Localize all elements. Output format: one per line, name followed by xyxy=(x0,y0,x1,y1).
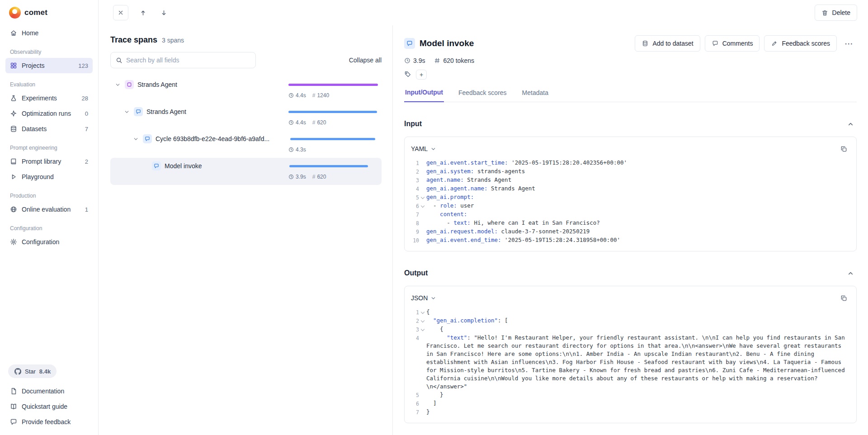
ellipsis-icon: ⋯ xyxy=(844,39,854,48)
code-line: 4gen_ai.agent.name: Strands Agent xyxy=(407,184,849,193)
line-number: 10 xyxy=(407,236,419,245)
copy-output-button[interactable] xyxy=(837,292,850,304)
output-code-card: JSON 1{2 "gen_ai.completion": [3 {4 "tex… xyxy=(404,286,857,423)
span-expand-chevron-icon[interactable] xyxy=(114,81,121,88)
sidebar-item-label: Quickstart guide xyxy=(22,403,67,410)
section-label-prompt-engineering: Prompt engineering xyxy=(10,145,88,151)
logo[interactable]: comet xyxy=(5,0,93,25)
line-number: 8 xyxy=(407,219,419,227)
sidebar-item-quickstart-guide[interactable]: Quickstart guide xyxy=(5,399,93,414)
hash-icon xyxy=(434,57,440,64)
fold-chevron-icon[interactable] xyxy=(419,308,426,317)
span-expand-chevron-icon[interactable] xyxy=(132,135,139,142)
comments-button[interactable]: Comments xyxy=(705,35,760,52)
span-tokens: 620 tokens xyxy=(443,57,474,64)
code-line: 4 "text": "Hello! I'm Restaurant Helper,… xyxy=(407,334,849,391)
code-line: 5gen_ai.prompt: xyxy=(407,193,849,202)
sidebar-item-label: Datasets xyxy=(22,125,47,132)
span-duration-bar xyxy=(288,84,378,86)
fold-chevron-icon[interactable] xyxy=(419,325,426,334)
section-label-configuration: Configuration xyxy=(10,225,88,232)
code-line: 1{ xyxy=(407,308,849,317)
previous-trace-button[interactable] xyxy=(137,6,149,19)
search-icon xyxy=(115,57,123,64)
line-number: 3 xyxy=(407,176,419,184)
sidebar-item-home[interactable]: Home xyxy=(5,25,93,41)
database-icon xyxy=(10,125,17,132)
sidebar-item-playground[interactable]: Playground xyxy=(5,169,93,184)
llm-span-icon xyxy=(143,134,152,143)
sidebar-item-prompt-library[interactable]: Prompt library 2 xyxy=(5,154,93,169)
code-text: "gen_ai.completion": [ xyxy=(426,317,849,325)
code-text: "text": "Hello! I'm Restaurant Helper, y… xyxy=(426,334,849,391)
fold-chevron-icon[interactable] xyxy=(419,202,426,210)
collapse-input-button[interactable] xyxy=(844,118,857,130)
code-text: ] xyxy=(426,399,849,408)
delete-button[interactable]: Delete xyxy=(815,5,857,21)
span-meta-row: 3.9s 620 tokens xyxy=(404,57,857,64)
app-root: comet Home Observability Projects 123 Ev… xyxy=(0,0,868,435)
tab-metadata[interactable]: Metadata xyxy=(521,89,549,102)
span-row[interactable]: Model invoke3.9s#620 xyxy=(110,158,382,185)
sidebar-item-projects[interactable]: Projects 123 xyxy=(5,58,93,73)
sidebar-item-online-evaluation[interactable]: Online evaluation 1 xyxy=(5,202,93,217)
fold-chevron-icon[interactable] xyxy=(419,317,426,325)
sidebar-item-optimization-runs[interactable]: Optimization runs 0 xyxy=(5,106,93,121)
trace-spans-count: 3 spans xyxy=(162,37,184,44)
copy-icon xyxy=(840,294,847,302)
sidebar-item-documentation[interactable]: Documentation xyxy=(5,383,93,399)
feedback-chat-icon xyxy=(10,418,17,426)
input-code-card: YAML 1gen_ai.event.start_time: '2025-05-… xyxy=(404,137,857,251)
input-code-body: 1gen_ai.event.start_time: '2025-05-19T15… xyxy=(405,158,856,251)
copy-input-button[interactable] xyxy=(837,142,850,155)
output-format-select[interactable]: JSON xyxy=(411,294,436,302)
fold-spacer xyxy=(419,408,426,416)
span-row[interactable]: Strands Agent4.4s#620 xyxy=(110,104,382,131)
open-book-icon xyxy=(10,403,17,410)
code-text: content: xyxy=(426,210,849,219)
input-format-select[interactable]: YAML xyxy=(411,145,436,152)
sidebar-item-badge: 0 xyxy=(85,110,88,117)
fold-chevron-icon[interactable] xyxy=(419,193,426,202)
span-duration: 3.9s xyxy=(296,174,306,180)
collapse-all-button[interactable]: Collapse all xyxy=(349,57,382,64)
github-star-button[interactable]: Star 8.4k xyxy=(8,364,57,378)
span-row[interactable]: Cycle 693b8dfb-e22e-4ead-9bf6-a9afd...4.… xyxy=(110,131,382,158)
span-tokens: 1240 xyxy=(317,92,329,99)
arrow-up-icon xyxy=(139,9,146,16)
more-options-button[interactable]: ⋯ xyxy=(841,36,857,51)
tab-input-output[interactable]: Input/Output xyxy=(404,89,444,102)
sidebar-item-configuration[interactable]: Configuration xyxy=(5,234,93,250)
add-tag-button[interactable]: + xyxy=(416,70,427,80)
code-text: gen_ai.prompt: xyxy=(426,193,849,202)
tab-feedback-scores[interactable]: Feedback scores xyxy=(458,89,508,102)
fold-spacer xyxy=(419,334,426,391)
span-duration: 4.4s xyxy=(296,119,306,126)
line-number: 6 xyxy=(407,202,419,210)
search-input[interactable] xyxy=(126,57,251,64)
sidebar: comet Home Observability Projects 123 Ev… xyxy=(0,0,99,435)
collapse-output-button[interactable] xyxy=(844,267,857,279)
section-label-evaluation: Evaluation xyxy=(10,81,88,88)
fold-spacer xyxy=(419,184,426,193)
feedback-scores-button[interactable]: Feedback scores xyxy=(764,35,837,52)
sidebar-item-label: Provide feedback xyxy=(22,418,71,426)
sidebar-item-datasets[interactable]: Datasets 7 xyxy=(5,121,93,137)
sidebar-item-provide-feedback[interactable]: Provide feedback xyxy=(5,414,93,430)
trash-icon xyxy=(821,9,829,16)
span-expand-chevron-icon[interactable] xyxy=(123,108,130,115)
line-number: 1 xyxy=(407,159,419,167)
clock-icon xyxy=(288,120,294,125)
next-trace-button[interactable] xyxy=(157,6,170,19)
span-row[interactable]: Strands Agent4.4s#1240 xyxy=(110,76,382,104)
sidebar-item-badge: 7 xyxy=(85,126,88,132)
span-detail-title: Model invoke xyxy=(420,38,474,48)
clock-icon xyxy=(288,174,294,180)
fold-spacer xyxy=(419,399,426,408)
close-button[interactable] xyxy=(113,5,128,20)
fold-spacer xyxy=(419,176,426,184)
add-to-dataset-button[interactable]: Add to dataset xyxy=(635,35,700,52)
copy-icon xyxy=(840,145,847,152)
line-number: 4 xyxy=(407,334,419,391)
sidebar-item-experiments[interactable]: Experiments 28 xyxy=(5,90,93,106)
